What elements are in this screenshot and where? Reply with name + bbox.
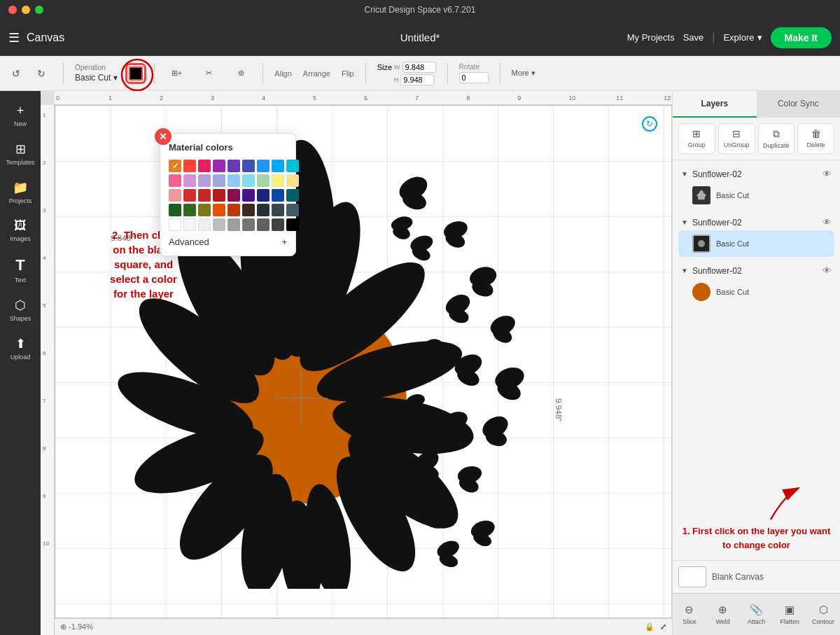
design-canvas[interactable]: 9.848" 9.948" ↻ [55,105,672,618]
color-swatch-orange[interactable] [169,160,181,172]
minimize-window-button[interactable] [22,6,30,14]
tab-layers[interactable]: Layers [673,91,757,118]
flatten-button[interactable]: ▣ Flatten [773,594,806,635]
sidebar-item-projects[interactable]: 📁 Projects [3,174,38,210]
sidebar-item-upload[interactable]: ⬆ Upload [3,330,38,366]
save-button[interactable]: Save [683,32,704,43]
edit-button[interactable]: ✂ [198,63,219,84]
delete-button[interactable]: 🗑 Delete [797,123,834,154]
color-swatch-3[interactable] [213,160,225,172]
sidebar-item-shapes[interactable]: ⬡ Shapes [3,292,38,328]
ungroup-button[interactable]: ⊟ UnGroup [718,123,755,154]
layer-group-3-header[interactable]: ▼ Sunflower-02 👁 [678,263,834,279]
color-swatch-23[interactable] [242,189,255,202]
color-swatch-21[interactable] [213,189,225,202]
color-swatch-41[interactable] [257,218,270,231]
sidebar-item-new[interactable]: + New [3,98,38,133]
layer-group-1-header[interactable]: ▼ Sunflower-02 👁 [678,166,834,182]
color-square-button[interactable] [129,67,143,81]
blank-canvas-section[interactable]: Blank Canvas [673,560,840,593]
color-swatch-black[interactable] [286,218,299,231]
slice-button[interactable]: ⊖ Slice [673,594,706,635]
color-picker-close-button[interactable]: ✕ [155,128,172,145]
color-swatch-5[interactable] [242,160,255,172]
width-input[interactable] [402,62,436,73]
color-swatch-4[interactable] [227,160,240,172]
color-swatch-42[interactable] [272,218,284,231]
height-input[interactable] [400,74,434,85]
operation-select[interactable]: Basic Cut ▾ [75,73,118,83]
color-swatch-2[interactable] [198,160,211,172]
color-swatch-30[interactable] [213,204,225,216]
color-swatch-35[interactable] [286,204,299,216]
more-button[interactable]: More ▾ [512,69,536,78]
rotate-input[interactable] [459,72,489,83]
redo-button[interactable]: ↻ [31,63,52,84]
color-swatch-15[interactable] [257,174,270,187]
tab-color-sync[interactable]: Color Sync [757,91,841,118]
layer-item-2[interactable]: Basic Cut [678,230,834,257]
group-button[interactable]: ⊞ Group [678,123,715,154]
color-swatch-34[interactable] [272,204,284,216]
layer-group-2-header[interactable]: ▼ Sunflower-02 👁 [678,214,834,230]
color-swatch-32[interactable] [242,204,255,216]
lock-icon[interactable]: 🔒 [645,622,654,631]
fit-icon[interactable]: ⤢ [660,622,666,631]
color-swatch-18[interactable] [169,189,181,202]
sidebar-item-templates[interactable]: ⊞ Templates [3,136,38,172]
color-swatch-white[interactable] [169,218,181,231]
offset-button[interactable]: ⊛ [230,63,251,84]
color-swatch-27[interactable] [169,204,181,216]
color-swatch-26[interactable] [286,189,299,202]
color-swatch-12[interactable] [213,174,225,187]
close-window-button[interactable] [8,6,17,14]
canvas-area[interactable]: 0 1 2 3 4 5 6 7 8 9 10 11 12 1 2 3 4 5 6… [41,91,672,635]
color-swatch-14[interactable] [242,174,255,187]
color-swatch-25[interactable] [272,189,284,202]
sidebar-item-images[interactable]: 🖼 Images [3,213,38,248]
make-it-button[interactable]: Make It [771,27,832,48]
advanced-button[interactable]: Advanced + [169,237,287,247]
attach-button[interactable]: 📎 Attach [740,594,774,635]
eye-icon-2[interactable]: 👁 [822,217,832,228]
color-swatch-28[interactable] [183,204,196,216]
color-swatch-11[interactable] [198,174,211,187]
maximize-window-button[interactable] [35,6,43,14]
color-swatch-29[interactable] [198,204,211,216]
color-swatch-7[interactable] [272,160,284,172]
color-swatch-9[interactable] [169,174,181,187]
color-swatch-10[interactable] [183,174,196,187]
contour-button[interactable]: ⬡ Contour [806,594,840,635]
color-swatch-40[interactable] [242,218,255,231]
rotate-handle[interactable]: ↻ [642,116,657,132]
color-swatch-13[interactable] [227,174,240,187]
layer-item-1[interactable]: Basic Cut [678,182,834,209]
color-swatch-20[interactable] [198,189,211,202]
layer-item-3[interactable]: Basic Cut [678,279,834,305]
color-swatch-16[interactable] [272,174,284,187]
eye-icon-3[interactable]: 👁 [822,265,832,276]
color-swatch-33[interactable] [257,204,270,216]
eye-icon-1[interactable]: 👁 [822,169,832,179]
color-swatch-8[interactable] [286,160,299,172]
color-swatch-24[interactable] [257,189,270,202]
color-swatch-17[interactable] [286,174,299,187]
color-swatch-38[interactable] [213,218,225,231]
explore-button[interactable]: Explore ▾ [723,32,762,43]
duplicate-button[interactable]: ⧉ Duplicate [758,123,795,154]
color-swatch-6[interactable] [257,160,270,172]
menu-icon[interactable]: ☰ [8,30,20,46]
undo-button[interactable]: ↺ [6,63,27,84]
color-swatch-19[interactable] [183,189,196,202]
color-swatch-1[interactable] [183,160,196,172]
select-all-button[interactable]: ⊞+ [166,63,187,84]
color-swatch-39[interactable] [227,218,240,231]
color-swatch-37[interactable] [198,218,211,231]
sidebar-item-text[interactable]: T Text [3,251,38,289]
toolbar-separator-3 [262,63,263,84]
color-swatch-22[interactable] [227,189,240,202]
color-swatch-36[interactable] [183,218,196,231]
my-projects-button[interactable]: My Projects [627,32,675,43]
color-swatch-31[interactable] [227,204,240,216]
weld-button[interactable]: ⊕ Weld [706,594,740,635]
